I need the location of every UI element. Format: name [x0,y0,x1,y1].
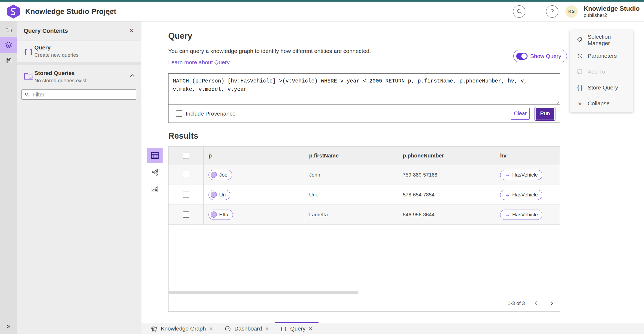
close-icon: ✕ [129,27,134,34]
chevron-up-icon [130,74,135,77]
app-logo-icon[interactable] [7,5,20,19]
query-textarea[interactable]: MATCH (p:Person)-[hv:HasVehicle]->(v:Veh… [169,74,560,105]
table-view-button[interactable] [147,148,163,163]
braces-icon: { } [577,85,583,91]
next-page-button[interactable] [547,299,556,308]
horizontal-scrollbar-thumb[interactable] [169,291,358,294]
hierarchy-icon [5,26,12,33]
node-label: Etta [219,212,228,218]
panel-close-button[interactable]: ✕ [129,27,134,34]
cell-phonenumber: 759-889-57168 [398,165,495,185]
previous-page-button[interactable] [532,299,540,308]
app-header: Knowledge Studio Project ? KS Knowledge … [0,2,644,21]
braces-icon-wrap: { } [23,45,35,58]
chevron-right-icon [550,301,554,306]
panel-title: Query Contents [24,27,68,34]
close-tab-icon[interactable]: ✕ [265,326,269,332]
query-editor-container: MATCH (p:Person)-[hv:HasVehicle]->(v:Veh… [168,73,560,123]
panel-section-spacer [17,62,141,65]
person-node-pill[interactable]: Uri [208,190,230,200]
sidebar-item-label: Stored Queries [34,70,75,76]
main-content: Query You can query a knowledge graph to… [141,21,644,334]
add-to-icon [577,69,583,75]
include-provenance-checkbox[interactable] [176,110,182,117]
results-title: Results [168,131,198,141]
search-button[interactable] [513,5,525,18]
person-node-pill[interactable]: Joe [208,170,232,180]
cell-firstname: John [304,165,398,185]
rail-save-button[interactable] [0,53,17,68]
close-tab-icon[interactable]: ✕ [209,326,213,332]
query-description: You can query a knowledge graph to ident… [168,48,371,54]
tab-dashboard[interactable]: Dashboard ✕ [219,323,275,334]
braces-icon: { } [24,48,33,56]
selection-manager-button[interactable]: Selection Manager [570,35,633,45]
header-right-cluster: ? KS Knowledge Studio publisher2 [513,2,644,21]
sidebar-item-stored-queries[interactable]: Stored Queries No stored queries exist [17,65,141,89]
edge-pill[interactable]: → HasVehicle [500,170,542,180]
parameters-button[interactable]: Parameters [570,51,633,60]
app-root: Knowledge Studio Project ? KS Knowledge … [0,0,644,334]
edge-pill[interactable]: → HasVehicle [500,210,542,220]
dashboard-gauge-icon [225,325,231,332]
selection-manager-icon [577,37,583,43]
user-name: Knowledge Studio [584,5,640,12]
collapse-section-button[interactable] [130,74,135,77]
double-chevron-right-icon: » [6,322,10,330]
arrow-right-icon: → [505,212,510,218]
add-to-button: Add To [570,67,633,76]
show-query-label: Show Query [530,53,561,59]
select-all-checkbox[interactable] [183,153,189,159]
graph-view-button[interactable] [147,165,163,180]
help-button[interactable]: ? [546,5,558,18]
resize-handle[interactable] [555,100,559,104]
run-button[interactable]: Run [536,108,554,120]
row-checkbox[interactable] [183,192,189,198]
cell-phonenumber: 846-956-8644 [398,205,495,224]
node-label: Joe [219,172,228,178]
learn-more-link[interactable]: Learn more about Query [168,59,230,66]
map-view-button[interactable] [147,181,163,196]
sidebar-item-query[interactable]: { } Query Create new queries [17,41,141,62]
node-circle-icon [211,211,217,218]
gear-icon [577,53,583,59]
row-checkbox[interactable] [183,172,189,178]
avatar[interactable]: KS [565,5,578,18]
show-query-toggle[interactable]: Show Query [513,50,567,62]
person-node-pill[interactable]: Etta [208,210,233,220]
rail-layers-button[interactable] [0,37,17,53]
close-tab-icon[interactable]: ✕ [309,326,313,332]
toggle-switch-on [516,53,528,60]
store-query-button[interactable]: { } Store Query [570,83,633,92]
sidebar-item-description: No stored queries exist [34,78,86,84]
column-header-firstname: p.firstName [304,147,398,165]
collapse-panel-button[interactable]: » Collapse [570,99,633,108]
arrow-right-icon: → [505,192,510,198]
query-tools-panel: Selection Manager Parameters Add To { } … [570,30,633,112]
table-header-row: p p.firstName p.phoneNumber hv [169,147,560,165]
edge-pill[interactable]: → HasVehicle [500,190,542,200]
column-header-hv: hv [495,147,560,165]
column-header-p: p [204,147,304,165]
query-editor-footer: Include Provenance Clear Run [169,105,560,123]
header-divider [539,2,539,21]
project-title: Knowledge Studio Project [25,8,116,16]
document-tab-bar: Knowledge Graph ✕ Dashboard ✕ { } Query … [141,323,644,334]
layers-icon [5,41,12,49]
table-row: Uri Uriel 578-654-7854 → HasVehicle [169,185,560,205]
edit-title-button[interactable] [107,8,116,17]
chevron-left-icon [534,301,538,306]
tab-query[interactable]: { } Query ✕ [275,323,319,334]
folder-icon-wrap [23,69,35,82]
results-table: p p.firstName p.phoneNumber hv Joe John … [168,146,560,312]
tab-knowledge-graph[interactable]: Knowledge Graph ✕ [145,323,219,334]
node-label: Uri [219,192,226,198]
filter-input[interactable] [32,92,133,98]
row-checkbox[interactable] [183,211,189,218]
double-chevron-right-icon: » [577,99,583,108]
rail-lineage-button[interactable] [0,21,17,37]
table-row: Joe John 759-889-57168 → HasVehicle [169,165,560,185]
filter-field[interactable] [21,89,136,100]
expand-panel-button[interactable]: » [0,321,17,331]
clear-button[interactable]: Clear [511,108,530,120]
